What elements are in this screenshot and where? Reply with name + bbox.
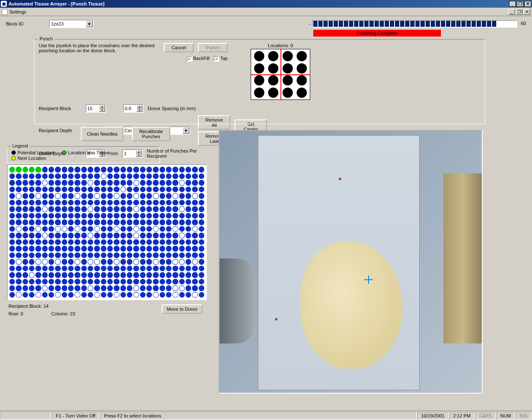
array-cell[interactable]	[140, 233, 146, 238]
array-cell[interactable]	[68, 285, 74, 291]
array-cell[interactable]	[120, 219, 126, 225]
array-cell[interactable]	[127, 200, 132, 206]
array-cell[interactable]	[42, 193, 48, 199]
array-cell[interactable]	[166, 292, 172, 298]
array-cell[interactable]	[101, 173, 106, 179]
array-cell[interactable]	[179, 292, 185, 298]
chevron-down-icon[interactable]: ▾	[183, 127, 189, 134]
array-cell[interactable]	[68, 213, 74, 219]
array-cell[interactable]	[127, 219, 132, 225]
array-cell[interactable]	[68, 239, 74, 245]
array-cell[interactable]	[160, 193, 165, 199]
array-cell[interactable]	[94, 219, 100, 225]
array-cell[interactable]	[81, 193, 87, 199]
array-cell[interactable]	[9, 200, 15, 206]
array-cell[interactable]	[88, 226, 93, 232]
array-cell[interactable]	[199, 285, 204, 291]
array-cell[interactable]	[166, 187, 172, 193]
array-cell[interactable]	[49, 259, 54, 265]
array-cell[interactable]	[62, 193, 67, 199]
array-cell[interactable]	[62, 266, 67, 272]
array-cell[interactable]	[186, 239, 191, 245]
array-cell[interactable]	[9, 180, 15, 186]
array-cell[interactable]	[114, 239, 119, 245]
recipient-block-spin[interactable]: ▲▼	[86, 104, 106, 113]
array-cell[interactable]	[81, 219, 87, 225]
array-cell[interactable]	[172, 259, 178, 265]
array-cell[interactable]	[74, 200, 80, 206]
array-cell[interactable]	[42, 285, 48, 291]
array-cell[interactable]	[74, 285, 80, 291]
array-cell[interactable]	[88, 266, 93, 272]
array-cell[interactable]	[186, 200, 191, 206]
array-cell[interactable]	[179, 193, 185, 199]
chevron-down-icon[interactable]: ▾	[86, 20, 93, 27]
array-cell[interactable]	[81, 266, 87, 272]
array-cell[interactable]	[88, 187, 93, 193]
array-cell[interactable]	[16, 272, 21, 278]
array-cell[interactable]	[49, 292, 54, 298]
array-cell[interactable]	[68, 193, 74, 199]
array-cell[interactable]	[199, 180, 204, 186]
array-cell[interactable]	[153, 292, 158, 298]
array-cell[interactable]	[133, 213, 139, 219]
array-cell[interactable]	[101, 206, 106, 212]
array-cell[interactable]	[35, 167, 41, 173]
array-cell[interactable]	[127, 272, 132, 278]
array-cell[interactable]	[172, 180, 178, 186]
array-cell[interactable]	[101, 285, 106, 291]
array-cell[interactable]	[133, 193, 139, 199]
array-cell[interactable]	[133, 233, 139, 238]
array-cell[interactable]	[153, 285, 158, 291]
array-cell[interactable]	[172, 187, 178, 193]
array-cell[interactable]	[146, 272, 152, 278]
array-cell[interactable]	[160, 173, 165, 179]
array-cell[interactable]	[133, 239, 139, 245]
array-cell[interactable]	[140, 285, 146, 291]
array-cell[interactable]	[16, 259, 21, 265]
array-cell[interactable]	[199, 226, 204, 232]
array-cell[interactable]	[55, 173, 60, 179]
array-cell[interactable]	[88, 173, 93, 179]
remove-all-button[interactable]: Remove All	[198, 115, 230, 130]
array-cell[interactable]	[42, 292, 48, 298]
array-cell[interactable]	[120, 233, 126, 238]
array-cell[interactable]	[68, 233, 74, 238]
array-cell[interactable]	[146, 193, 152, 199]
array-cell[interactable]	[114, 219, 119, 225]
array-cell[interactable]	[35, 285, 41, 291]
array-cell[interactable]	[114, 193, 119, 199]
array-cell[interactable]	[9, 233, 15, 238]
array-cell[interactable]	[29, 292, 34, 298]
array-cell[interactable]	[133, 187, 139, 193]
array-cell[interactable]	[49, 180, 54, 186]
array-cell[interactable]	[55, 219, 60, 225]
array-cell[interactable]	[29, 279, 34, 285]
array-cell[interactable]	[42, 226, 48, 232]
array-cell[interactable]	[166, 193, 172, 199]
array-cell[interactable]	[192, 266, 197, 272]
array-cell[interactable]	[192, 219, 197, 225]
array-cell[interactable]	[101, 239, 106, 245]
array-cell[interactable]	[88, 292, 93, 298]
array-cell[interactable]	[9, 167, 15, 173]
array-cell[interactable]	[114, 266, 119, 272]
array-cell[interactable]	[94, 187, 100, 193]
array-cell[interactable]	[88, 206, 93, 212]
array-cell[interactable]	[114, 173, 119, 179]
array-cell[interactable]	[199, 246, 204, 252]
array-cell[interactable]	[35, 173, 41, 179]
array-cell[interactable]	[133, 259, 139, 265]
array-cell[interactable]	[68, 219, 74, 225]
array-cell[interactable]	[127, 266, 132, 272]
array-cell[interactable]	[55, 266, 60, 272]
array-cell[interactable]	[127, 292, 132, 298]
array-cell[interactable]	[16, 233, 21, 238]
array-cell[interactable]	[140, 259, 146, 265]
array-cell[interactable]	[23, 253, 28, 258]
array-cell[interactable]	[9, 226, 15, 232]
array-cell[interactable]	[35, 279, 41, 285]
array-cell[interactable]	[29, 200, 34, 206]
array-cell[interactable]	[153, 253, 158, 258]
array-cell[interactable]	[120, 193, 126, 199]
